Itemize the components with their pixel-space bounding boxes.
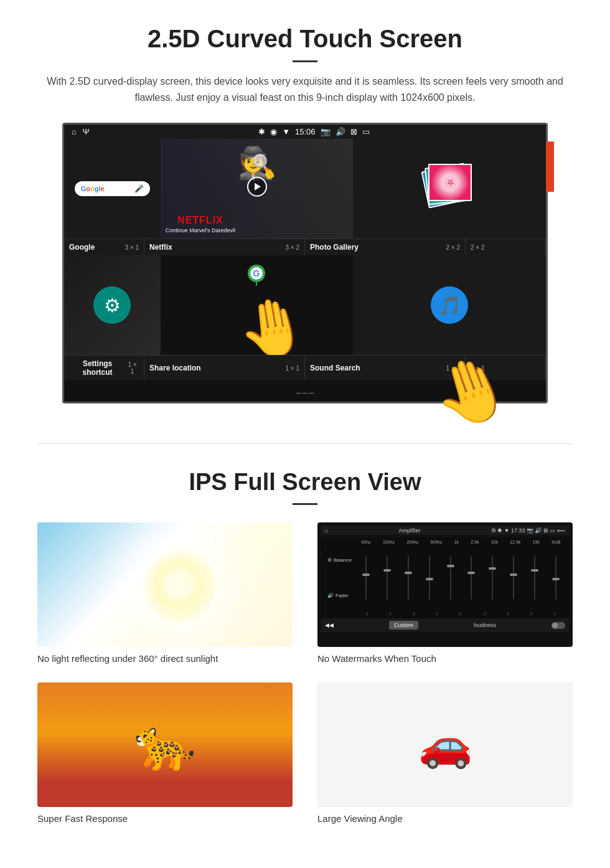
share-size: 1 × 1 (285, 365, 299, 372)
status-center: ✱ ◉ ▼ 15:06 📷 🔊 ⊠ ▭ (258, 127, 369, 136)
sunlight-image (37, 522, 293, 647)
sound-size: 1 × 1 (446, 365, 460, 372)
settings-size: 1 × 1 (126, 361, 139, 375)
amp-freq-labels: 60hz100hz200hz500hz1k2.5k10k12.5k15kSUB (355, 540, 566, 545)
title-divider (293, 60, 317, 62)
google-maps-icon: G (247, 265, 266, 291)
amplifier-image: ⌂ Amplifier ⚙ ✱ ▼ 17:33 📷 🔊 ⊠ ▭ ⟵ ⚙Balan… (317, 522, 573, 647)
car-image: 🚗 (317, 682, 573, 807)
amp-status-icons: ⚙ ✱ ▼ 17:33 📷 🔊 ⊠ ▭ ⟵ (491, 527, 565, 534)
section-curved-touchscreen: 2.5D Curved Touch Screen With 2.5D curve… (0, 0, 610, 425)
android-screen-wrapper: Screen Size 9" ⌂ Ψ ✱ ◉ ▼ 15:06 📷 🔊 ⊠ (62, 123, 548, 403)
amp-title: Amplifier (398, 527, 420, 534)
cheetah-image: 🐆 (37, 682, 293, 807)
amp-slider-8[interactable] (534, 553, 535, 603)
hand-touch-icon: 🤚 (232, 290, 312, 355)
sound-search-icon[interactable]: 🎵 (431, 286, 468, 324)
gallery-cell[interactable]: 🌸 (353, 139, 546, 238)
amp-header: ⌂ Amplifier ⚙ ✱ ▼ 17:33 📷 🔊 ⊠ ▭ ⟵ (321, 526, 569, 535)
netflix-subtitle: Continue Marvel's Daredevil (166, 227, 235, 234)
netflix-label: Netflix (149, 243, 172, 252)
share-label: Share location (149, 364, 201, 372)
cheetah-caption: Super Fast Response (37, 813, 293, 824)
app-row-2: ⚙ G 🤚 🎵 (64, 255, 546, 355)
feature-cheetah: 🐆 Super Fast Response (37, 682, 293, 824)
volume-icon: 🔊 (336, 127, 345, 136)
cheetah-icon: 🐆 (134, 715, 196, 774)
signal-icon: ▼ (282, 127, 290, 136)
photo-stack: 🌸 (425, 164, 474, 214)
share-location-cell[interactable]: G 🤚 (161, 255, 354, 355)
amplifier-caption: No Watermarks When Touch (317, 653, 573, 664)
sound-empty-size: 1 × 1 (471, 365, 485, 372)
bluetooth-icon: ✱ (258, 127, 265, 136)
feature-car: 🚗 Large Viewing Angle (317, 682, 573, 824)
close-icon: ⊠ (350, 127, 357, 136)
gallery-label-cell: Photo Gallery 2 × 2 (305, 238, 466, 255)
feature-grid: No light reflecting under 360° direct su… (37, 522, 573, 824)
sunburst (141, 547, 216, 622)
amp-slider-5[interactable] (471, 553, 472, 603)
amp-slider-7[interactable] (513, 553, 514, 603)
location-icon: ◉ (270, 127, 277, 136)
settings-cell[interactable]: ⚙ (64, 255, 161, 355)
amp-slider-4[interactable] (450, 553, 451, 603)
empty-size: 2 × 2 (471, 244, 485, 251)
google-cell[interactable]: Google 🎤 (64, 139, 161, 238)
home-icon[interactable]: ⌂ (72, 127, 77, 136)
usb-icon: Ψ (83, 127, 90, 136)
car-caption: Large Viewing Angle (317, 813, 573, 824)
gallery-size: 2 × 2 (446, 244, 460, 251)
mic-icon[interactable]: 🎤 (134, 184, 144, 193)
netflix-overlay: NETFLIX Continue Marvel's Daredevil (166, 215, 235, 234)
sound-search-cell[interactable]: 🎵 (353, 255, 546, 355)
amp-slider-1[interactable] (387, 553, 388, 603)
google-label-cell: Google 3 × 1 (64, 238, 144, 255)
amp-slider-0[interactable] (365, 553, 367, 603)
settings-icon[interactable]: ⚙ (93, 286, 131, 324)
amp-footer: ◀◀ Custom loudness (321, 618, 569, 632)
android-screen: ⌂ Ψ ✱ ◉ ▼ 15:06 📷 🔊 ⊠ ▭ (62, 123, 548, 403)
amp-slider-3[interactable] (429, 553, 430, 603)
settings-label-cell: Settings shortcut 1 × 1 (64, 355, 144, 380)
section-ips: IPS Full Screen View No light reflecting… (0, 463, 610, 849)
window-icon: ▭ (362, 127, 370, 136)
section2-divider (293, 503, 317, 505)
feature-amplifier: ⌂ Amplifier ⚙ ✱ ▼ 17:33 📷 🔊 ⊠ ▭ ⟵ ⚙Balan… (317, 522, 573, 664)
page-divider (37, 443, 573, 444)
amp-sliders-area: ⚙Balance 🔊Fader 60hz100hz200hz500hz1k2.5… (321, 537, 569, 618)
google-size: 3 × 1 (124, 244, 139, 251)
flower-photo: 🌸 (428, 164, 472, 201)
section1-title: 2.5D Curved Touch Screen (37, 25, 573, 53)
status-left: ⌂ Ψ (72, 127, 90, 136)
status-bar: ⌂ Ψ ✱ ◉ ▼ 15:06 📷 🔊 ⊠ ▭ (64, 125, 546, 139)
sound-empty-cell: 1 × 1 (466, 355, 546, 380)
app-row-1: Google 🎤 🕵 NETFLIX Continue Marvel (64, 139, 546, 238)
section2-title: IPS Full Screen View (37, 469, 573, 496)
labels-row-1: Google 3 × 1 Netflix 3 × 2 Photo Gallery… (64, 238, 546, 255)
amp-slider-2[interactable] (408, 553, 409, 603)
amp-sliders-container: 60hz100hz200hz500hz1k2.5k10k12.5k15kSUB (355, 540, 566, 616)
amp-custom-btn[interactable]: Custom (389, 621, 418, 630)
camera-icon: 📷 (321, 127, 331, 136)
amp-slider-9[interactable] (555, 553, 556, 603)
section1-description: With 2.5D curved-display screen, this de… (37, 73, 573, 105)
feature-sunlight: No light reflecting under 360° direct su… (37, 522, 293, 664)
amp-slider-6[interactable] (492, 553, 493, 603)
netflix-size: 3 × 2 (285, 244, 299, 251)
google-logo: Google (81, 185, 105, 192)
google-search-bar[interactable]: Google 🎤 (75, 181, 150, 196)
amp-loudness-toggle[interactable] (551, 622, 565, 629)
settings-label: Settings shortcut (69, 359, 126, 377)
amp-back-btn[interactable]: ◀◀ (325, 622, 334, 628)
netflix-cell[interactable]: 🕵 NETFLIX Continue Marvel's Daredevil (161, 139, 354, 238)
amp-home-icon: ⌂ (325, 527, 328, 534)
sound-label: Sound Search (310, 364, 360, 372)
person-silhouette: 🕵 (238, 145, 276, 181)
sunlight-caption: No light reflecting under 360° direct su… (37, 653, 293, 664)
amp-loudness-label: loudness (474, 622, 496, 628)
gallery-label: Photo Gallery (310, 243, 359, 252)
netflix-label-cell: Netflix 3 × 2 (144, 238, 305, 255)
labels-row-2: Settings shortcut 1 × 1 Share location 1… (64, 355, 546, 380)
play-button[interactable] (247, 177, 267, 197)
